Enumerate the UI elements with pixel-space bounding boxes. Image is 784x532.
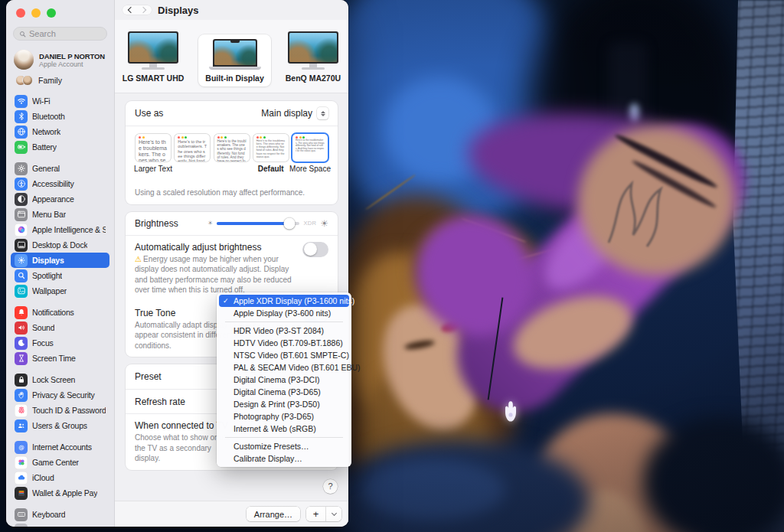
sidebar-item-label: Game Center [32, 458, 79, 467]
sidebar-item-bluetooth[interactable]: Bluetooth [11, 109, 109, 124]
sidebar-item-label: Focus [32, 338, 54, 348]
sidebar-item-label: Wallpaper [32, 286, 67, 295]
menu-item-internet-web-srgb[interactable]: Internet & Web (sRGB) [219, 423, 349, 435]
spotlight-icon [15, 269, 28, 282]
lock-icon [15, 374, 28, 387]
trackpad-icon [15, 524, 28, 527]
menu-separator [225, 437, 343, 438]
brightness-slider[interactable]: ☀ XDR ☀ [207, 219, 328, 228]
resolution-option-larger-text[interactable]: Here's to the troublemakers. The ones wh… [135, 134, 172, 174]
sidebar-item-label: Spotlight [32, 271, 62, 280]
sidebar-item-screen-time[interactable]: Screen Time [11, 351, 109, 366]
sidebar-item-game-center[interactable]: Game Center [11, 455, 109, 470]
sidebar-item-trackpad[interactable]: Trackpad [11, 522, 109, 527]
menu-item-apple-xdr-display-p3-1600-nits[interactable]: ✓Apple XDR Display (P3-1600 nits) [219, 295, 349, 307]
menu-item-photography-p3-d65[interactable]: Photography (P3-D65) [219, 410, 349, 423]
menu-item-label: HDTV Video (BT.709-BT.1886) [234, 338, 343, 348]
sidebar-item-accessibility[interactable]: Accessibility [11, 176, 109, 191]
sidebar-item-label: Network [32, 127, 60, 136]
resolution-option-default[interactable]: Here's to the troublemakers. The ones wh… [253, 134, 289, 174]
sidebar-item-battery[interactable]: Battery [11, 139, 109, 155]
menu-item-digital-cinema-p3-d65[interactable]: Digital Cinema (P3-D65) [219, 386, 349, 398]
close-button[interactable] [16, 8, 25, 18]
sidebar-item-label: Battery [32, 142, 57, 152]
slider-knob[interactable] [284, 217, 296, 229]
sidebar-item-icloud[interactable]: iCloud [11, 470, 109, 485]
search-icon [19, 31, 26, 38]
sidebar-item-appearance[interactable]: Appearance [11, 191, 109, 207]
menu-item-pal-secam-video-bt-601-ebu[interactable]: PAL & SECAM Video (BT.601 EBU) [219, 361, 349, 374]
sidebar-item-general[interactable]: General [11, 161, 109, 176]
help-button[interactable]: ? [323, 479, 338, 494]
minimize-button[interactable] [31, 8, 41, 18]
sidebar-item-users-groups[interactable]: Users & Groups [11, 418, 109, 433]
xdr-label: XDR [303, 220, 316, 227]
sidebar-item-displays[interactable]: Displays [11, 253, 109, 268]
auto-brightness-label: Automatically adjust brightness [135, 242, 296, 253]
sidebar-item-desktop-dock[interactable]: Desktop & Dock [11, 237, 109, 253]
wallpaper-icon [15, 285, 28, 298]
auto-brightness-toggle[interactable] [302, 242, 328, 257]
search-input[interactable]: Search [13, 27, 107, 41]
sidebar-item-wi-fi[interactable]: Wi-Fi [11, 93, 109, 109]
menu-item-hdtv-video-bt-709-bt-1886[interactable]: HDTV Video (BT.709-BT.1886) [219, 337, 349, 349]
display-picker: LG SMART UHD Built-in Display BenQ MA270… [115, 20, 348, 93]
zoom-button[interactable] [47, 8, 56, 18]
sidebar-item-privacy-security[interactable]: Privacy & Security [11, 387, 109, 403]
sidebar-item-lock-screen[interactable]: Lock Screen [11, 372, 109, 387]
resolution-option-label: Default [258, 165, 284, 174]
display-thumbnail-lg-smart-uhd[interactable]: LG SMART UHD [116, 27, 191, 86]
search-placeholder: Search [29, 29, 56, 38]
keyboard-icon [15, 508, 28, 521]
siri-orb-icon [15, 224, 28, 237]
menu-item-design-print-p3-d50[interactable]: Design & Print (P3-D50) [219, 398, 349, 410]
menu-item-calibrate-display[interactable]: Calibrate Display… [219, 452, 349, 465]
add-button[interactable]: + [306, 507, 326, 521]
auto-brightness-warning: Energy usage may be higher when your dis… [135, 255, 292, 295]
sidebar-item-keyboard[interactable]: Keyboard [11, 507, 109, 522]
display-thumbnail-benq-ma270u[interactable]: BenQ MA270U [279, 27, 348, 86]
checkmark-icon: ✓ [223, 297, 229, 305]
resolution-option-2[interactable]: Here's to the troublemakers. The ones wh… [214, 134, 250, 174]
display-thumbnail-built-in-display[interactable]: Built-in Display [198, 34, 270, 86]
resolution-option-more-space[interactable]: Here's to the troublemakers. The ones wh… [292, 134, 328, 174]
settings-sidebar: Search DANIEL P NORTON Apple Account Fam… [6, 0, 115, 527]
back-icon[interactable] [128, 7, 134, 13]
bluetooth-icon [15, 110, 28, 123]
resolution-thumbnail: Here's to the troublemakers. The ones wh… [253, 134, 289, 162]
sidebar-item-apple-intelligence-siri[interactable]: Apple Intelligence & Siri [11, 222, 109, 237]
sidebar-item-sound[interactable]: Sound [11, 320, 109, 335]
sidebar-item-network[interactable]: Network [11, 124, 109, 139]
sidebar-item-label: Menu Bar [32, 210, 66, 219]
resolution-thumbnail: Here's to the troublemakers. The ones wh… [292, 134, 328, 162]
sidebar-item-label: Accessibility [32, 179, 74, 188]
resolution-thumbnail: Here's to the troublemakers. The ones wh… [214, 134, 250, 162]
page-title: Displays [158, 5, 198, 16]
use-as-select[interactable]: Main display [261, 107, 328, 119]
resolution-option-1[interactable]: Here's to the troublemakers. The ones wh… [174, 134, 211, 174]
menu-item-label: Calibrate Display… [234, 454, 302, 463]
add-options-button[interactable] [326, 507, 341, 521]
menu-item-digital-cinema-p3-dci[interactable]: Digital Cinema (P3-DCI) [219, 374, 349, 386]
sidebar-item-internet-accounts[interactable]: @Internet Accounts [11, 439, 109, 455]
sidebar-item-spotlight[interactable]: Spotlight [11, 268, 109, 283]
menu-item-ntsc-video-bt-601-smpte-c[interactable]: NTSC Video (BT.601 SMPTE-C) [219, 349, 349, 361]
menu-item-apple-display-p3-600-nits[interactable]: Apple Display (P3-600 nits) [219, 307, 349, 319]
menu-item-label: Apple Display (P3-600 nits) [234, 308, 331, 318]
sidebar-item-wallet-apple-pay[interactable]: Wallet & Apple Pay [11, 485, 109, 501]
use-as-value: Main display [261, 108, 312, 119]
sidebar-item-touch-id-password[interactable]: Touch ID & Password [11, 403, 109, 418]
family-row[interactable]: Family [6, 72, 114, 87]
sidebar-item-menu-bar[interactable]: Menu Bar [11, 207, 109, 222]
sidebar-item-wallpaper[interactable]: Wallpaper [11, 283, 109, 299]
arrange-button[interactable]: Arrange… [247, 507, 300, 521]
apple-account-row[interactable]: DANIEL P NORTON Apple Account [6, 47, 114, 72]
sidebar-item-notifications[interactable]: Notifications [11, 305, 109, 320]
account-avatar [14, 50, 34, 70]
menu-item-hdr-video-p3-st-2084[interactable]: HDR Video (P3-ST 2084) [219, 325, 349, 337]
hourglass-icon [15, 352, 28, 365]
menu-item-customize-presets[interactable]: Customize Presets… [219, 440, 349, 452]
sidebar-item-focus[interactable]: Focus [11, 335, 109, 351]
forward-icon[interactable] [140, 7, 146, 13]
display-name: Built-in Display [205, 73, 263, 83]
